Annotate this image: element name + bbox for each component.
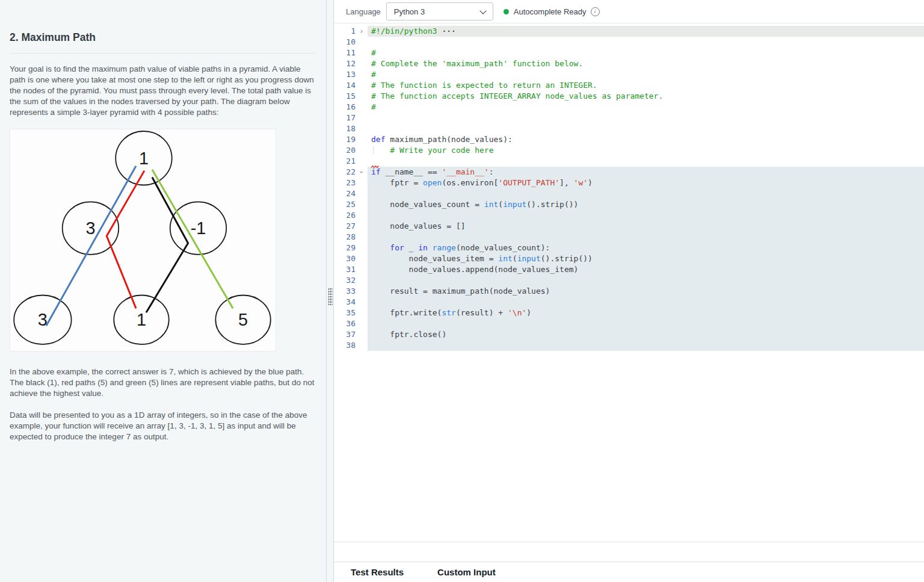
chevron-down-icon — [479, 7, 486, 14]
language-label: Language — [346, 7, 381, 16]
code-text[interactable]: # The function is expected to return an … — [368, 80, 924, 91]
fold-column — [356, 48, 368, 58]
code-line[interactable]: 31 node_values.append(node_values_item) — [334, 264, 924, 275]
code-text[interactable] — [368, 232, 924, 243]
code-text[interactable] — [368, 275, 924, 286]
fold-collapsed-icon[interactable]: › — [359, 26, 364, 37]
code-line[interactable]: 17 — [334, 113, 924, 123]
line-number: 16 — [334, 102, 356, 113]
code-line[interactable]: 19def maximum_path(node_values): — [334, 134, 924, 145]
pyramid-svg: 13-1315 — [10, 129, 276, 351]
code-text[interactable]: node_values_item = int(input().strip()) — [368, 253, 924, 264]
code-text[interactable]: node_values.append(node_values_item) — [368, 264, 924, 275]
tab-test-results[interactable]: Test Results — [351, 567, 404, 577]
code-line[interactable]: 37 fptr.close() — [334, 329, 924, 340]
code-text[interactable]: fptr.close() — [368, 329, 924, 340]
code-text[interactable]: # — [368, 102, 924, 113]
code-line[interactable]: 28 — [334, 232, 924, 243]
fold-column — [356, 329, 368, 340]
code-line[interactable]: 38 — [334, 340, 924, 351]
line-number: 32 — [334, 275, 356, 286]
code-text[interactable]: fptr = open(os.environ['OUTPUT_PATH'], '… — [368, 178, 924, 188]
code-line[interactable]: 33 result = maximum_path(node_values) — [334, 286, 924, 297]
pyramid-node-label: 5 — [238, 310, 248, 329]
code-text[interactable] — [368, 340, 924, 351]
code-text[interactable]: # — [368, 48, 924, 58]
pyramid-diagram: 13-1315 — [10, 129, 276, 351]
code-line[interactable]: 18 — [334, 123, 924, 134]
fold-column — [356, 102, 368, 113]
code-text[interactable] — [368, 156, 924, 167]
code-line[interactable]: 13# — [334, 69, 924, 80]
panel-resize-divider[interactable] — [326, 0, 334, 582]
code-text[interactable]: # Write your code here — [368, 145, 924, 156]
code-text[interactable]: fptr.write(str(result) + '\n') — [368, 308, 924, 318]
code-text[interactable] — [368, 123, 924, 134]
code-line[interactable]: 25 node_values_count = int(input().strip… — [334, 199, 924, 210]
fold-column — [356, 80, 368, 91]
code-line[interactable]: 26 — [334, 210, 924, 221]
code-text[interactable]: def maximum_path(node_values): — [368, 134, 924, 145]
code-text[interactable]: result = maximum_path(node_values) — [368, 286, 924, 297]
code-line[interactable]: 11# — [334, 48, 924, 58]
code-line[interactable]: 27 node_values = [] — [334, 221, 924, 232]
code-text[interactable] — [368, 297, 924, 308]
code-text[interactable]: if __name__ == '__main__': — [368, 167, 924, 178]
code-line[interactable]: 15# The function accepts INTEGER_ARRAY n… — [334, 91, 924, 102]
line-number: 30 — [334, 253, 356, 264]
code-line[interactable]: 23 fptr = open(os.environ['OUTPUT_PATH']… — [334, 178, 924, 188]
code-text[interactable] — [368, 113, 924, 123]
code-text[interactable] — [368, 210, 924, 221]
code-line[interactable]: 10 — [334, 37, 924, 48]
code-text[interactable]: # Complete the 'maximum_path' function b… — [368, 58, 924, 69]
green-path — [152, 170, 233, 309]
line-number: 37 — [334, 329, 356, 340]
line-number: 15 — [334, 91, 356, 102]
code-line[interactable]: 24 — [334, 188, 924, 199]
code-line[interactable]: 22›if __name__ == '__main__': — [334, 167, 924, 178]
line-number: 34 — [334, 297, 356, 308]
code-text[interactable] — [368, 318, 924, 329]
code-line[interactable]: 34 — [334, 297, 924, 308]
fold-column: › — [356, 26, 368, 37]
code-text[interactable] — [368, 188, 924, 199]
code-text[interactable]: # The function accepts INTEGER_ARRAY nod… — [368, 91, 924, 102]
code-line[interactable]: 16# — [334, 102, 924, 113]
fold-column — [356, 221, 368, 232]
fold-open-icon[interactable]: › — [356, 170, 367, 175]
pyramid-node-label: 3 — [38, 310, 48, 329]
drag-handle-icon[interactable] — [328, 288, 333, 305]
info-icon[interactable]: i — [591, 7, 600, 16]
tab-custom-input[interactable]: Custom Input — [437, 567, 496, 577]
code-line[interactable]: 32 — [334, 275, 924, 286]
code-line[interactable]: 21 — [334, 156, 924, 167]
line-number: 28 — [334, 232, 356, 243]
code-line[interactable]: 20 # Write your code here — [334, 145, 924, 156]
code-line[interactable]: 14# The function is expected to return a… — [334, 80, 924, 91]
line-number: 35 — [334, 308, 356, 318]
code-line[interactable]: 29 for _ in range(node_values_count): — [334, 243, 924, 253]
code-line[interactable]: 30 node_values_item = int(input().strip(… — [334, 253, 924, 264]
page-title: 2. Maximum Path — [10, 31, 96, 44]
fold-column — [356, 123, 368, 134]
code-line[interactable]: 36 — [334, 318, 924, 329]
code-text[interactable]: #!/bin/python3 ··· — [368, 26, 924, 37]
fold-column — [356, 199, 368, 210]
line-number: 18 — [334, 123, 356, 134]
autocomplete-status: Autocomplete Ready i — [504, 7, 600, 16]
pyramid-node-label: -1 — [191, 218, 206, 238]
code-line[interactable]: 1›#!/bin/python3 ··· — [334, 26, 924, 37]
line-number: 29 — [334, 243, 356, 253]
code-text[interactable]: node_values_count = int(input().strip()) — [368, 199, 924, 210]
line-number: 10 — [334, 37, 356, 48]
language-select[interactable]: Python 3 — [386, 2, 493, 20]
code-editor[interactable]: 1›#!/bin/python3 ···1011#12# Complete th… — [334, 24, 924, 542]
code-line[interactable]: 12# Complete the 'maximum_path' function… — [334, 58, 924, 69]
code-text[interactable]: for _ in range(node_values_count): — [368, 243, 924, 253]
red-path — [106, 171, 144, 309]
code-text[interactable]: # — [368, 69, 924, 80]
code-text[interactable]: node_values = [] — [368, 221, 924, 232]
fold-column — [356, 113, 368, 123]
code-text[interactable] — [368, 37, 924, 48]
code-line[interactable]: 35 fptr.write(str(result) + '\n') — [334, 308, 924, 318]
